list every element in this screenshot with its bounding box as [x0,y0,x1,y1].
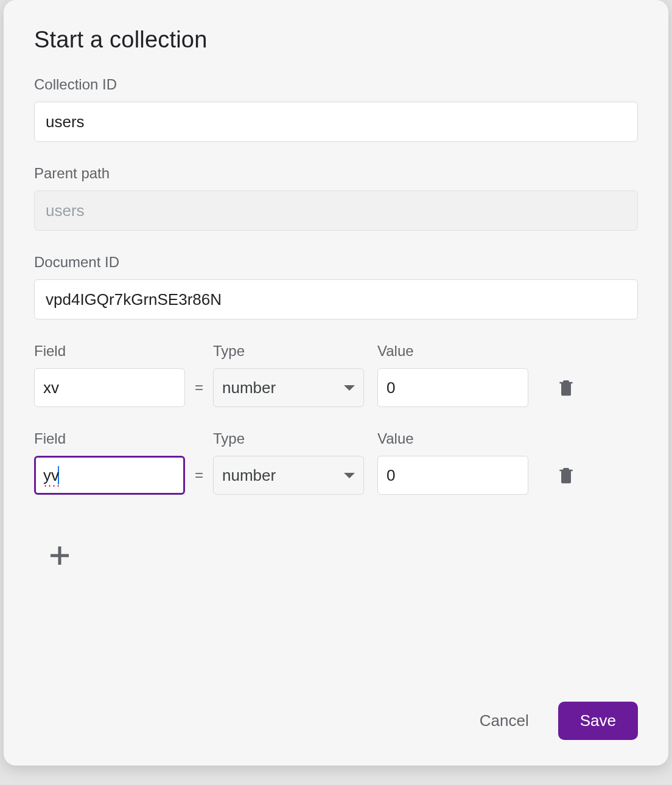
dialog-actions: Cancel Save [34,689,638,766]
chevron-down-icon [344,385,355,391]
field-header: Field [34,430,185,447]
field-value-input[interactable] [377,368,528,407]
equals-sign: = [185,467,213,484]
chevron-down-icon [344,473,355,478]
field-type-value: number [222,466,276,485]
plus-icon [47,543,72,568]
document-id-label: Document ID [34,254,638,271]
add-field-button[interactable] [44,540,75,571]
field-value-input[interactable] [377,456,528,495]
equals-sign: = [185,379,213,396]
field-name-text: yv [43,466,59,485]
delete-field-button[interactable] [554,375,578,400]
collection-id-input[interactable] [34,102,638,142]
delete-field-button[interactable] [554,463,578,487]
field-type-value: number [222,379,276,397]
trash-icon [556,464,576,486]
type-header: Type [213,430,364,447]
field-header: Field [34,343,185,360]
value-header: Value [377,343,528,360]
start-collection-dialog: Start a collection Collection ID Parent … [4,0,668,766]
collection-id-label: Collection ID [34,76,638,93]
field-row: yv = number [34,456,638,495]
field-block-0: Field Type Value = number [34,343,638,430]
document-id-input[interactable] [34,279,638,319]
trash-icon [556,377,576,399]
field-name-input[interactable] [34,368,185,407]
value-header: Value [377,430,528,447]
type-header: Type [213,343,364,360]
field-type-select[interactable]: number [213,368,364,407]
field-block-1: Field Type Value yv = number [34,430,638,518]
parent-path-label: Parent path [34,165,638,182]
field-row: = number [34,368,638,407]
field-name-input[interactable]: yv [34,456,185,495]
parent-path-input [34,190,638,231]
cancel-button[interactable]: Cancel [475,705,534,736]
save-button[interactable]: Save [558,702,638,740]
field-type-select[interactable]: number [213,456,364,495]
dialog-title: Start a collection [34,27,638,53]
